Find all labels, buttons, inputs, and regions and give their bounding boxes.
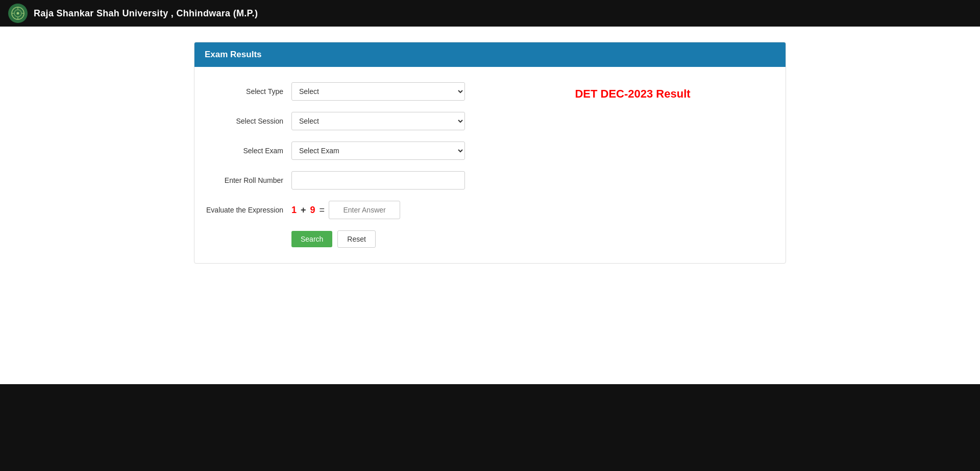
card-body: Select Type Select Select Session Select… [194, 67, 786, 263]
select-session-dropdown[interactable]: Select [291, 112, 465, 130]
expr-num2: 9 [310, 205, 315, 216]
roll-number-row: Enter Roll Number [205, 171, 490, 190]
expression-label: Evaluate the Expression [205, 206, 291, 214]
svg-point-2 [17, 12, 19, 15]
roll-number-label: Enter Roll Number [205, 176, 291, 184]
info-section: DET DEC-2023 Result [490, 82, 775, 248]
exam-results-card: Exam Results Select Type Select Select S… [194, 42, 786, 264]
university-name: Raja Shankar Shah University , Chhindwar… [34, 8, 258, 19]
info-title: DET DEC-2023 Result [575, 87, 690, 101]
reset-button[interactable]: Reset [337, 230, 376, 248]
select-exam-row: Select Exam Select Exam [205, 142, 490, 160]
select-exam-dropdown[interactable]: Select Exam [291, 142, 465, 160]
expr-num1: 1 [291, 205, 297, 216]
page-footer [0, 384, 980, 471]
select-session-label: Select Session [205, 117, 291, 125]
select-session-row: Select Session Select [205, 112, 490, 130]
page-header: Raja Shankar Shah University , Chhindwar… [0, 0, 980, 27]
select-type-dropdown[interactable]: Select [291, 82, 465, 101]
form-section: Select Type Select Select Session Select… [205, 82, 490, 248]
expr-plus-icon: + [301, 205, 306, 216]
card-header-title: Exam Results [205, 50, 262, 59]
select-exam-label: Select Exam [205, 147, 291, 155]
expr-equals-sign: = [320, 205, 325, 216]
card-header: Exam Results [194, 42, 786, 67]
expr-answer-input[interactable] [329, 201, 400, 219]
expression-row: Evaluate the Expression 1 + 9 = [205, 201, 490, 219]
search-button[interactable]: Search [291, 231, 332, 247]
main-content: Exam Results Select Type Select Select S… [0, 27, 980, 384]
expression-content: 1 + 9 = [291, 201, 400, 219]
university-logo [8, 4, 28, 23]
select-type-label: Select Type [205, 87, 291, 96]
select-type-row: Select Type Select [205, 82, 490, 101]
button-row: Search Reset [291, 230, 490, 248]
roll-number-input[interactable] [291, 171, 465, 190]
